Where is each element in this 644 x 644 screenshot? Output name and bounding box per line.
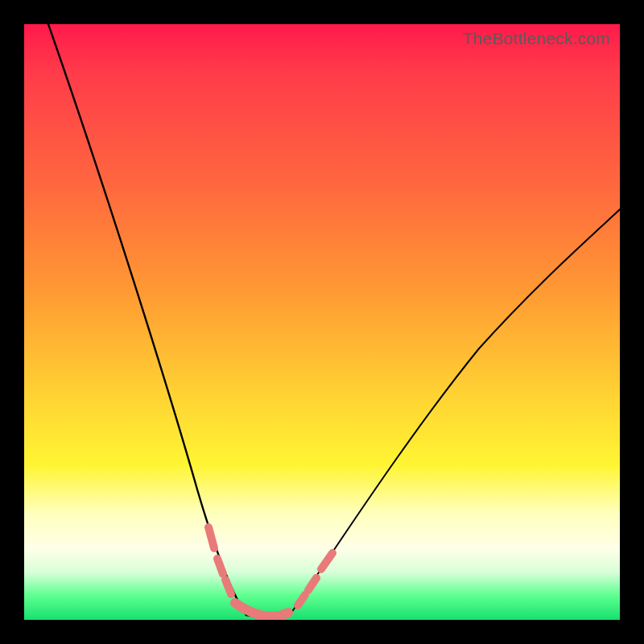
marker-dash-r1 bbox=[298, 595, 305, 605]
marker-dash-l1 bbox=[208, 527, 214, 548]
chart-frame: TheBottleneck.com bbox=[0, 0, 644, 644]
curve-right-arm bbox=[291, 209, 620, 613]
plot-area: TheBottleneck.com bbox=[24, 24, 620, 620]
marker-dash-l3 bbox=[225, 580, 231, 594]
marker-dash-r2 bbox=[308, 578, 316, 590]
curve-layer bbox=[24, 24, 620, 620]
marker-dash-bottom bbox=[235, 603, 288, 617]
curve-left-arm bbox=[48, 24, 246, 615]
marker-dash-r3 bbox=[321, 553, 332, 569]
marker-dash-l2 bbox=[217, 559, 223, 574]
watermark-label: TheBottleneck.com bbox=[463, 29, 610, 48]
marker-group bbox=[208, 527, 332, 617]
